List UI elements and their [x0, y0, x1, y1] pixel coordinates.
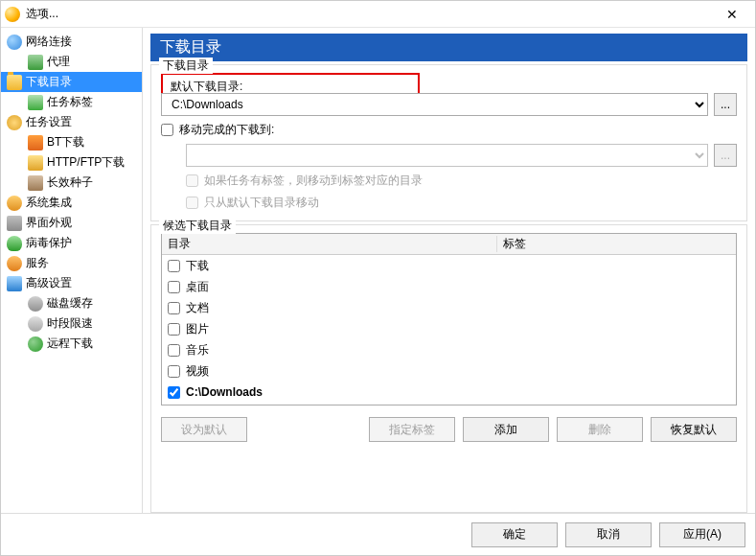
sidebar-item-3[interactable]: 任务标签 — [1, 92, 142, 112]
sidebar-item-label: 远程下载 — [47, 336, 93, 352]
cancel-button[interactable]: 取消 — [565, 522, 652, 547]
row-label: 音乐 — [186, 342, 209, 359]
adv-icon — [7, 276, 22, 291]
row-checkbox[interactable] — [168, 344, 180, 357]
column-dir[interactable]: 目录 — [162, 236, 497, 252]
move-completed-checkbox[interactable] — [161, 124, 173, 136]
section-header: 下载目录 — [150, 34, 747, 61]
sched-icon — [28, 316, 43, 332]
row-label: 文档 — [186, 300, 209, 316]
sidebar-item-7[interactable]: 长效种子 — [1, 173, 142, 193]
sidebar-item-label: 长效种子 — [47, 174, 93, 191]
row-checkbox[interactable] — [168, 281, 180, 293]
default-dir-input[interactable]: C:\Downloads — [161, 93, 708, 116]
sidebar-item-1[interactable]: 代理 — [1, 52, 142, 72]
move-from-default-label: 只从默认下载目录移动 — [204, 195, 319, 211]
move-by-tag-checkbox — [186, 174, 198, 187]
table-row[interactable]: 音乐 — [162, 339, 736, 360]
tag-icon — [28, 95, 43, 110]
proxy-icon — [28, 55, 43, 70]
move-dir-input — [186, 144, 708, 167]
table-row[interactable]: 下载 — [162, 255, 736, 276]
row-checkbox[interactable] — [168, 386, 180, 399]
add-button[interactable]: 添加 — [463, 417, 549, 442]
row-label: 桌面 — [186, 279, 209, 295]
remote-icon — [28, 336, 43, 352]
app-icon — [5, 7, 20, 22]
sidebar-item-12[interactable]: 高级设置 — [1, 273, 142, 293]
close-icon[interactable]: ✕ — [713, 7, 751, 22]
group-legend: 下载目录 — [159, 58, 213, 74]
ok-button[interactable]: 确定 — [471, 522, 558, 547]
sidebar-item-label: BT下载 — [47, 134, 84, 151]
set-tag-button: 指定标签 — [369, 417, 455, 442]
sidebar-item-8[interactable]: 系统集成 — [1, 193, 142, 213]
candidate-table: 目录 标签 下载桌面文档图片音乐视频C:\Downloads — [161, 233, 737, 405]
gear-icon — [7, 115, 22, 130]
sidebar-item-9[interactable]: 界面外观 — [1, 213, 142, 233]
sidebar-item-6[interactable]: HTTP/FTP下载 — [1, 152, 142, 173]
table-row[interactable]: 桌面 — [162, 276, 736, 297]
sidebar-item-label: 服务 — [26, 255, 49, 271]
delete-button: 删除 — [557, 417, 643, 442]
shield-icon — [7, 236, 22, 251]
disk-icon — [28, 296, 43, 312]
sidebar-item-label: 病毒保护 — [26, 235, 72, 251]
row-checkbox[interactable] — [168, 302, 180, 314]
apply-button[interactable]: 应用(A) — [659, 522, 745, 547]
sidebar-item-2[interactable]: 下载目录 — [1, 72, 142, 92]
users-icon — [7, 196, 22, 211]
row-label: 图片 — [186, 321, 209, 337]
browse-move-dir-button: ... — [714, 144, 737, 167]
ui-icon — [7, 216, 22, 231]
row-label: 视频 — [186, 363, 209, 380]
sidebar-item-label: 任务设置 — [26, 114, 72, 130]
sidebar-item-5[interactable]: BT下载 — [1, 132, 142, 152]
sidebar-item-label: 系统集成 — [26, 195, 72, 211]
browse-default-dir-button[interactable]: ... — [714, 93, 737, 116]
row-checkbox[interactable] — [168, 365, 180, 378]
sidebar-item-10[interactable]: 病毒保护 — [1, 233, 142, 253]
window-title: 选项... — [26, 6, 713, 22]
sidebar-item-15[interactable]: 远程下载 — [1, 334, 142, 354]
main-panel: 下载目录 下载目录 默认下载目录: C:\Downloads ... — [143, 28, 755, 513]
folder-icon — [7, 75, 22, 90]
table-row[interactable]: 图片 — [162, 318, 736, 339]
bt-icon — [28, 135, 43, 151]
sidebar-item-label: HTTP/FTP下载 — [47, 154, 125, 171]
set-default-button: 设为默认 — [161, 417, 247, 442]
sidebar-item-11[interactable]: 服务 — [1, 253, 142, 273]
sidebar-item-label: 代理 — [47, 54, 70, 70]
row-label: C:\Downloads — [186, 385, 263, 399]
http-icon — [28, 155, 43, 171]
move-from-default-checkbox — [186, 197, 198, 209]
sidebar: 网络连接代理下载目录任务标签任务设置BT下载HTTP/FTP下载长效种子系统集成… — [1, 28, 143, 513]
sidebar-item-label: 界面外观 — [26, 215, 72, 231]
row-label: 下载 — [186, 258, 209, 274]
move-by-tag-label: 如果任务有标签，则移动到标签对应的目录 — [204, 173, 423, 189]
restore-default-button[interactable]: 恢复默认 — [651, 417, 737, 442]
table-header: 目录 标签 — [162, 234, 736, 255]
sidebar-item-14[interactable]: 时段限速 — [1, 313, 142, 334]
group-candidate-dirs: 候选下载目录 目录 标签 下载桌面文档图片音乐视频C:\Downloads 设为… — [150, 224, 747, 513]
row-checkbox[interactable] — [168, 260, 180, 272]
sidebar-item-label: 下载目录 — [26, 74, 72, 90]
sidebar-item-label: 时段限速 — [47, 315, 93, 332]
sidebar-item-0[interactable]: 网络连接 — [1, 32, 142, 52]
sidebar-item-label: 磁盘缓存 — [47, 295, 93, 312]
table-row[interactable]: 文档 — [162, 297, 736, 318]
table-row[interactable]: 视频 — [162, 360, 736, 382]
titlebar: 选项... ✕ — [1, 1, 755, 28]
move-completed-label: 移动完成的下载到: — [179, 122, 274, 138]
sidebar-item-4[interactable]: 任务设置 — [1, 112, 142, 132]
group-legend-candidates: 候选下载目录 — [159, 218, 236, 234]
row-checkbox[interactable] — [168, 323, 180, 336]
footer: 确定 取消 应用(A) — [1, 513, 755, 555]
table-row[interactable]: C:\Downloads — [162, 382, 736, 403]
column-tag[interactable]: 标签 — [497, 236, 736, 252]
sidebar-item-label: 任务标签 — [47, 94, 93, 110]
svc-icon — [7, 256, 22, 271]
sidebar-item-label: 高级设置 — [26, 275, 72, 291]
group-download-dir: 下载目录 默认下载目录: C:\Downloads ... — [150, 64, 747, 221]
sidebar-item-13[interactable]: 磁盘缓存 — [1, 293, 142, 313]
